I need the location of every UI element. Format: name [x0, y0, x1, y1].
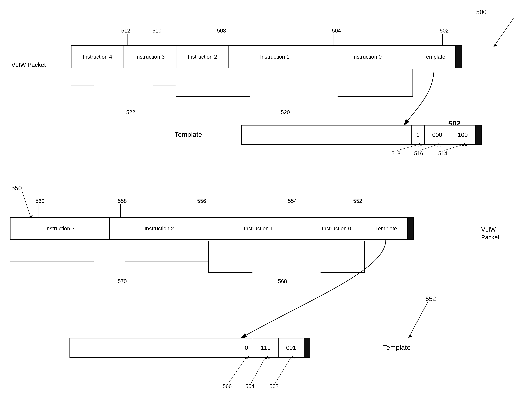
ref-508: 508: [217, 28, 226, 34]
top-ref-500: 500: [476, 9, 487, 16]
tmpl-1-top: 1: [412, 125, 425, 144]
instr2-cell-bottom: Instruction 2: [110, 218, 209, 239]
ref-502-top: 502: [440, 28, 449, 34]
instr3-cell-bottom: Instruction 3: [10, 218, 110, 239]
tmpl-blank-bottom: [70, 338, 240, 357]
vliw-label-top: VLIW Packet: [11, 61, 46, 69]
ref-514: 514: [438, 150, 447, 157]
template-cell-bottom: Template: [365, 218, 408, 239]
ref-504: 504: [332, 28, 341, 34]
template-cell-top: Template: [413, 46, 456, 68]
svg-line-5: [22, 191, 31, 219]
instr0-cell-bottom: Instruction 0: [308, 218, 365, 239]
ref-560: 560: [36, 198, 44, 204]
top-packet-row: Instruction 4 Instruction 3 Instruction …: [71, 46, 462, 68]
ref-550: 550: [11, 185, 22, 192]
template-detail-top: 1 000 100: [241, 125, 482, 145]
diagram-container: 500 VLIW Packet 512 510 508 504 502 Inst…: [0, 0, 532, 409]
tmpl-0-bottom: 0: [240, 338, 253, 357]
ref-570: 570: [118, 278, 127, 284]
ref-522: 522: [126, 109, 135, 115]
bottom-packet-row: Instruction 3 Instruction 2 Instruction …: [10, 217, 414, 240]
instr4-cell: Instruction 4: [72, 46, 124, 68]
ref-568: 568: [278, 278, 287, 284]
svg-line-3: [420, 145, 437, 150]
ref-558: 558: [118, 198, 127, 204]
svg-line-0: [494, 19, 514, 47]
instr3-cell-top: Instruction 3: [124, 46, 176, 68]
ref-564: 564: [245, 383, 254, 390]
ref-518: 518: [391, 150, 400, 157]
ref-554: 554: [288, 198, 297, 204]
tmpl-blank-top: [242, 125, 412, 144]
ref-552-right: 552: [425, 295, 436, 302]
bold-end-top: [456, 46, 461, 68]
ref-562: 562: [270, 383, 279, 390]
ref-566: 566: [223, 383, 232, 390]
svg-line-4: [444, 145, 462, 150]
template-detail-label-bottom: Template: [383, 344, 411, 351]
tmpl-100-top: 100: [450, 125, 476, 144]
svg-line-7: [408, 301, 428, 338]
tmpl-dark-bottom: [304, 338, 310, 357]
ref-552-top: 552: [353, 198, 362, 204]
tmpl-000-top: 000: [425, 125, 450, 144]
ref-520: 520: [281, 109, 290, 115]
tmpl-001-bottom: 001: [279, 338, 304, 357]
template-detail-label-top: Template: [174, 130, 202, 139]
instr1-cell-bottom: Instruction 1: [209, 218, 308, 239]
ref-510: 510: [153, 28, 162, 34]
instr1-cell-top: Instruction 1: [229, 46, 321, 68]
instr0-cell-top: Instruction 0: [321, 46, 413, 68]
svg-line-9: [228, 358, 246, 383]
bold-end-bottom: [408, 218, 413, 239]
svg-line-10: [251, 358, 265, 383]
template-detail-bottom: 0 111 001: [70, 338, 310, 358]
vliw-label-bottom: VLIWPacket: [481, 226, 499, 241]
svg-line-11: [275, 358, 291, 383]
svg-line-2: [397, 145, 418, 150]
ref-516: 516: [414, 150, 423, 157]
ref-556: 556: [197, 198, 206, 204]
tmpl-dark-top: [476, 125, 481, 144]
tmpl-111-bottom: 111: [253, 338, 279, 357]
instr2-cell-top: Instruction 2: [176, 46, 229, 68]
svg-marker-8: [408, 334, 412, 338]
ref-512: 512: [121, 28, 130, 34]
svg-marker-1: [494, 43, 497, 47]
